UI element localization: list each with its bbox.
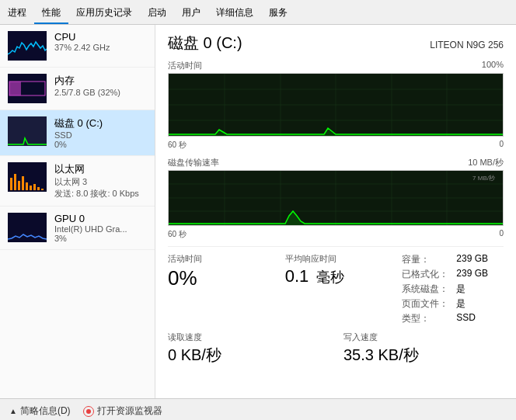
read-stat: 读取速度 0 KB/秒 (168, 331, 328, 366)
disk-info: 磁盘 0 (C:) SSD 0% (54, 116, 147, 149)
disk-mini-chart (8, 116, 47, 146)
sidebar-item-gpu[interactable]: GPU 0 Intel(R) UHD Gra... 3% (0, 207, 155, 250)
activity-stat: 活动时间 0% (168, 253, 270, 327)
write-stat: 写入速度 35.3 KB/秒 (343, 331, 504, 366)
transfer-label: 磁盘传输速率 (168, 157, 219, 168)
ram-mini-chart (8, 74, 47, 103)
memory-subtitle: 2.5/7.8 GB (32%) (54, 88, 147, 97)
disk-subtitle2: 0% (54, 140, 147, 149)
eth-subtitle2: 发送: 8.0 接收: 0 Kbps (54, 188, 147, 200)
type-val: SSD (456, 312, 476, 325)
menu-users[interactable]: 用户 (174, 3, 208, 24)
gpu-mini-chart (8, 213, 47, 242)
resource-monitor-label: 打开资源监视器 (97, 404, 162, 418)
transfer-max: 10 MB/秒 (468, 157, 504, 168)
eth-subtitle1: 以太网 3 (54, 176, 147, 188)
sidebar: CPU 37% 2.42 GHz 内存 2.5/7.8 GB (32%) (0, 25, 155, 398)
read-label: 读取速度 (168, 331, 328, 343)
brief-info-label: 简略信息(D) (20, 404, 71, 418)
svg-text:7 MB/秒: 7 MB/秒 (472, 175, 495, 182)
transfer-chart: 7 MB/秒 (168, 170, 504, 226)
sidebar-item-cpu[interactable]: CPU 37% 2.42 GHz (0, 25, 155, 68)
chevron-up-icon: ▲ (9, 407, 17, 415)
cpu-info: CPU 37% 2.42 GHz (54, 31, 147, 52)
gpu-title: GPU 0 (54, 213, 147, 224)
sidebar-item-memory[interactable]: 内存 2.5/7.8 GB (32%) (0, 68, 155, 110)
disk-header: 磁盘 0 (C:) LITEON N9G 256 (168, 33, 504, 54)
activity-stat-label: 活动时间 (168, 253, 270, 265)
transfer-time-right: 0 (499, 229, 504, 240)
activity-chart (168, 73, 504, 137)
menu-performance[interactable]: 性能 (34, 3, 68, 24)
svg-rect-5 (8, 116, 47, 146)
cpu-title: CPU (54, 31, 147, 43)
activity-label-row: 活动时间 100% (168, 60, 504, 71)
system-key: 系统磁盘： (402, 283, 456, 296)
formatted-key: 已格式化： (402, 268, 456, 281)
menu-services[interactable]: 服务 (261, 3, 295, 24)
transfer-label-row: 磁盘传输速率 10 MB/秒 (168, 157, 504, 168)
activity-max: 100% (482, 60, 504, 71)
svg-rect-7 (10, 178, 12, 190)
info-type: 类型： SSD (402, 312, 504, 325)
pagefile-val: 是 (456, 297, 465, 311)
svg-rect-9 (18, 181, 20, 190)
activity-time-right: 0 (499, 140, 504, 151)
capacity-key: 容量： (402, 253, 456, 266)
svg-rect-15 (41, 189, 44, 190)
svg-rect-13 (33, 184, 36, 190)
gpu-subtitle1: Intel(R) UHD Gra... (54, 224, 147, 234)
type-key: 类型： (402, 312, 456, 325)
memory-info: 内存 2.5/7.8 GB (32%) (54, 74, 147, 97)
capacity-val: 239 GB (456, 253, 488, 266)
info-system: 系统磁盘： 是 (402, 283, 504, 296)
menu-startup[interactable]: 启动 (140, 3, 174, 24)
svg-rect-14 (37, 187, 40, 190)
gpu-info: GPU 0 Intel(R) UHD Gra... 3% (54, 213, 147, 243)
svg-rect-3 (9, 82, 21, 95)
main-content: CPU 37% 2.42 GHz 内存 2.5/7.8 GB (32%) (0, 25, 516, 398)
info-formatted: 已格式化： 239 GB (402, 268, 504, 281)
transfer-time-labels: 60 秒 0 (168, 229, 504, 240)
sidebar-item-disk[interactable]: 磁盘 0 (C:) SSD 0% (0, 110, 155, 156)
formatted-val: 239 GB (456, 268, 488, 281)
brief-info-button[interactable]: ▲ 简略信息(D) (9, 404, 71, 418)
resource-monitor-button[interactable]: 打开资源监视器 (83, 404, 162, 418)
readwrite-row: 读取速度 0 KB/秒 写入速度 35.3 KB/秒 (168, 331, 504, 366)
info-pagefile: 页面文件： 是 (402, 297, 504, 311)
memory-title: 内存 (54, 74, 147, 88)
top-menu: 进程 性能 应用历史记录 启动 用户 详细信息 服务 (0, 0, 516, 25)
stats-row: 活动时间 0% 平均响应时间 0.1 毫秒 容量： 239 GB 已格式化： 2… (168, 246, 504, 327)
activity-label: 活动时间 (168, 60, 202, 71)
transfer-time-left: 60 秒 (168, 229, 187, 240)
write-value: 35.3 KB/秒 (343, 345, 504, 366)
response-stat-value: 0.1 毫秒 (285, 266, 387, 286)
response-number: 0.1 (285, 266, 309, 286)
menu-app-history[interactable]: 应用历史记录 (68, 3, 140, 24)
monitor-icon (83, 406, 94, 417)
disk-info-block: 容量： 239 GB 已格式化： 239 GB 系统磁盘： 是 页面文件： 是 … (402, 253, 504, 327)
right-panel: 磁盘 0 (C:) LITEON N9G 256 活动时间 100% (155, 25, 516, 398)
svg-rect-10 (22, 176, 24, 190)
disk-subtitle1: SSD (54, 130, 147, 140)
disk-model: LITEON N9G 256 (430, 40, 504, 50)
cpu-mini-chart (8, 31, 47, 61)
info-capacity: 容量： 239 GB (402, 253, 504, 266)
svg-rect-8 (14, 174, 16, 190)
gpu-subtitle2: 3% (54, 234, 147, 243)
disk-title: 磁盘 0 (C:) (54, 116, 147, 130)
write-label: 写入速度 (343, 331, 504, 343)
response-unit: 毫秒 (316, 269, 344, 285)
eth-mini-chart (8, 162, 47, 192)
menu-details[interactable]: 详细信息 (208, 3, 261, 24)
eth-title: 以太网 (54, 162, 147, 176)
activity-time-left: 60 秒 (168, 140, 187, 151)
response-stat-label: 平均响应时间 (285, 253, 387, 265)
disk-panel-title: 磁盘 0 (C:) (168, 33, 242, 54)
svg-rect-0 (8, 31, 47, 61)
activity-stat-value: 0% (168, 266, 270, 290)
menu-process[interactable]: 进程 (0, 3, 34, 24)
sidebar-item-ethernet[interactable]: 以太网 以太网 3 发送: 8.0 接收: 0 Kbps (0, 156, 155, 207)
cpu-subtitle: 37% 2.42 GHz (54, 43, 147, 52)
read-value: 0 KB/秒 (168, 345, 328, 366)
